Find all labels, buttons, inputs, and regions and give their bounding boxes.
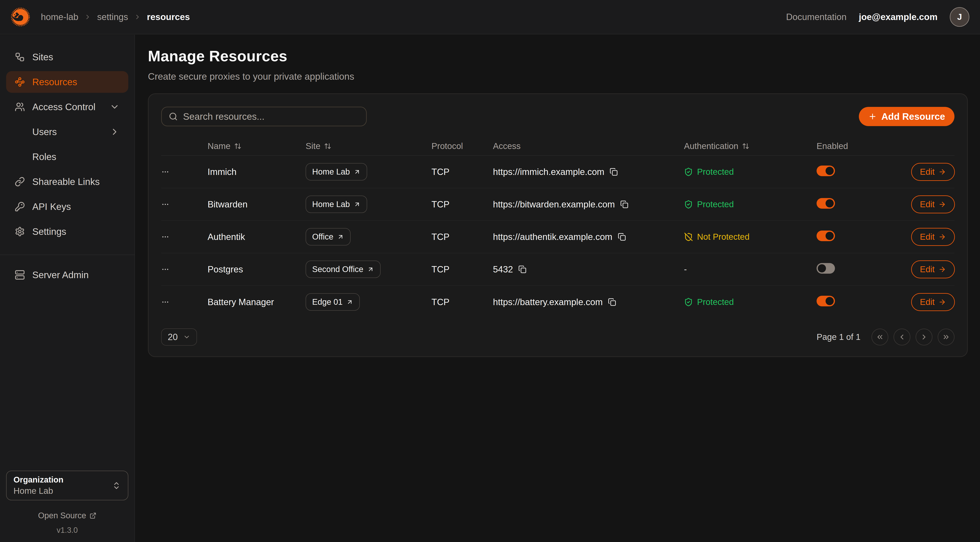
enabled-cell bbox=[816, 296, 904, 308]
pagination: 20 Page 1 of 1 bbox=[161, 328, 955, 346]
access-value: 5432 bbox=[493, 264, 513, 274]
next-page-button[interactable] bbox=[916, 328, 932, 345]
site-link[interactable]: Second Office bbox=[305, 261, 380, 278]
row-actions-menu-button[interactable] bbox=[161, 166, 178, 178]
first-page-button[interactable] bbox=[872, 328, 888, 345]
topbar-right: Documentation joe@example.com J bbox=[786, 7, 969, 27]
sidebar-item-label: Resources bbox=[32, 77, 120, 88]
copy-access-button[interactable] bbox=[608, 298, 616, 306]
toggle-knob bbox=[826, 232, 834, 240]
enabled-toggle[interactable] bbox=[816, 166, 835, 176]
edit-button[interactable]: Edit bbox=[911, 228, 955, 246]
sidebar-item-api-keys[interactable]: API Keys bbox=[6, 196, 128, 217]
protocol-value: TCP bbox=[431, 264, 493, 274]
main-content: Manage Resources Create secure proxies t… bbox=[135, 35, 980, 542]
chevron-down-icon bbox=[110, 102, 120, 112]
edit-label: Edit bbox=[920, 265, 935, 274]
enabled-toggle[interactable] bbox=[816, 263, 835, 274]
site-cell: Home Lab bbox=[305, 163, 431, 180]
column-header-label: Site bbox=[305, 141, 320, 151]
user-email[interactable]: joe@example.com bbox=[859, 12, 937, 22]
authentication-label: Not Protected bbox=[697, 232, 749, 242]
sidebar-divider bbox=[0, 255, 134, 255]
open-source-link[interactable]: Open Source bbox=[6, 511, 128, 520]
access-cell: 5432 bbox=[493, 264, 684, 274]
prev-page-button[interactable] bbox=[894, 328, 910, 345]
enabled-toggle[interactable] bbox=[816, 198, 835, 209]
access-cell: https://authentik.example.com bbox=[493, 232, 684, 242]
search-input[interactable] bbox=[183, 111, 359, 122]
column-header-name[interactable]: Name bbox=[208, 141, 305, 151]
edit-button[interactable]: Edit bbox=[911, 195, 955, 214]
access-value: https://battery.example.com bbox=[493, 297, 603, 307]
page-size-select[interactable]: 20 bbox=[161, 328, 197, 346]
copy-icon bbox=[518, 265, 527, 273]
arrow-right-icon bbox=[938, 298, 946, 306]
row-actions-menu-button[interactable] bbox=[161, 198, 178, 210]
arrow-up-right-icon bbox=[367, 266, 374, 273]
site-cell: Second Office bbox=[305, 261, 431, 278]
row-actions-menu-button[interactable] bbox=[161, 296, 178, 308]
edit-cell: Edit bbox=[911, 195, 955, 214]
column-header-label: Authentication bbox=[684, 141, 738, 151]
pangolin-logo-icon[interactable] bbox=[11, 7, 30, 27]
copy-access-button[interactable] bbox=[620, 200, 628, 209]
row-menu-cell bbox=[161, 231, 208, 243]
column-header-site[interactable]: Site bbox=[305, 141, 431, 151]
site-link[interactable]: Edge 01 bbox=[305, 293, 360, 311]
site-link[interactable]: Home Lab bbox=[305, 196, 367, 213]
add-resource-button[interactable]: Add Resource bbox=[859, 107, 955, 126]
search-icon bbox=[169, 112, 178, 121]
documentation-link[interactable]: Documentation bbox=[786, 12, 846, 22]
sidebar-item-shareable-links[interactable]: Shareable Links bbox=[6, 171, 128, 193]
sort-icon bbox=[324, 142, 331, 150]
breadcrumb-item-org[interactable]: home-lab bbox=[41, 12, 78, 22]
avatar[interactable]: J bbox=[950, 7, 969, 27]
enabled-cell bbox=[816, 166, 904, 178]
sidebar-item-access-control[interactable]: Access Control bbox=[6, 96, 128, 118]
add-resource-label: Add Resource bbox=[881, 111, 945, 122]
protocol-value: TCP bbox=[431, 297, 493, 307]
sidebar-item-label: API Keys bbox=[32, 201, 120, 212]
sidebar-item-server-admin[interactable]: Server Admin bbox=[6, 264, 128, 286]
copy-access-button[interactable] bbox=[518, 265, 527, 273]
sidebar-item-label: Settings bbox=[32, 226, 120, 237]
last-page-button[interactable] bbox=[938, 328, 955, 345]
link-icon bbox=[15, 177, 25, 187]
copy-access-button[interactable] bbox=[609, 168, 618, 176]
gear-icon bbox=[15, 226, 25, 237]
sidebar-item-settings[interactable]: Settings bbox=[6, 221, 128, 242]
enabled-toggle[interactable] bbox=[816, 231, 835, 241]
site-link[interactable]: Office bbox=[305, 228, 350, 245]
edit-button[interactable]: Edit bbox=[911, 163, 955, 181]
more-horizontal-icon bbox=[161, 233, 169, 241]
resources-icon bbox=[15, 77, 25, 87]
column-header-authentication[interactable]: Authentication bbox=[684, 141, 816, 151]
edit-button[interactable]: Edit bbox=[911, 260, 955, 278]
chevron-right-icon bbox=[920, 333, 928, 341]
breadcrumb-item-resources[interactable]: resources bbox=[147, 12, 190, 22]
breadcrumb-item-settings[interactable]: settings bbox=[97, 12, 128, 22]
row-menu-cell bbox=[161, 198, 208, 210]
table-row: PostgresSecond OfficeTCP5432-Edit bbox=[161, 253, 955, 286]
plus-icon bbox=[868, 112, 877, 121]
copy-access-button[interactable] bbox=[618, 233, 626, 241]
row-actions-menu-button[interactable] bbox=[161, 231, 178, 243]
copy-icon bbox=[608, 298, 616, 306]
sites-icon bbox=[15, 52, 25, 62]
row-actions-menu-button[interactable] bbox=[161, 263, 178, 276]
external-link-icon bbox=[89, 512, 96, 519]
edit-button[interactable]: Edit bbox=[911, 293, 955, 311]
authentication-label: Protected bbox=[697, 297, 734, 307]
site-link[interactable]: Home Lab bbox=[305, 163, 367, 180]
site-label: Edge 01 bbox=[312, 297, 343, 306]
sidebar-item-resources[interactable]: Resources bbox=[6, 71, 128, 93]
site-cell: Edge 01 bbox=[305, 293, 431, 311]
sidebar-item-roles[interactable]: Roles bbox=[6, 146, 128, 167]
sidebar-item-users[interactable]: Users bbox=[6, 121, 128, 143]
organization-selector[interactable]: Organization Home Lab bbox=[6, 471, 128, 500]
enabled-cell bbox=[816, 263, 904, 276]
sidebar-item-sites[interactable]: Sites bbox=[6, 46, 128, 68]
authentication-label: Protected bbox=[697, 167, 734, 177]
enabled-toggle[interactable] bbox=[816, 296, 835, 306]
